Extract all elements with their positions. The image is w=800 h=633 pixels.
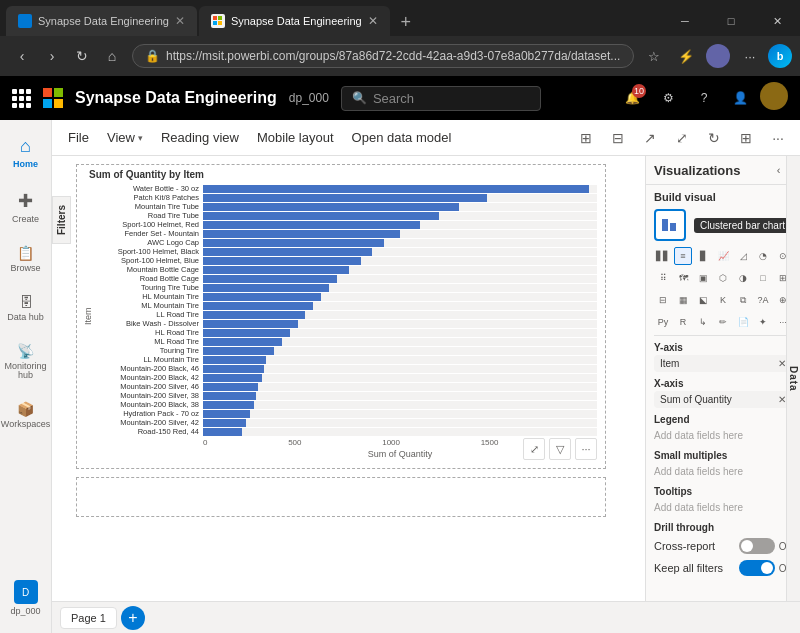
bar-row-16[interactable]: HL Road Tire xyxy=(99,328,597,337)
notifications-button[interactable]: 🔔 10 xyxy=(616,82,648,114)
x-axis-field-value[interactable]: Sum of Quantity ✕ xyxy=(654,391,792,408)
tab-2-close[interactable]: ✕ xyxy=(368,14,378,28)
viz-icon-slicer[interactable]: ⧉ xyxy=(734,291,752,309)
bar-row-12[interactable]: HL Mountain Tire xyxy=(99,292,597,301)
viz-icon-bar[interactable]: ▋▋ xyxy=(654,247,672,265)
close-button[interactable]: ✕ xyxy=(754,6,800,36)
forward-button[interactable]: › xyxy=(38,42,66,70)
open-data-model-btn[interactable]: Open data model xyxy=(344,126,460,149)
viz-icon-python[interactable]: Py xyxy=(654,313,672,331)
apps-icon[interactable] xyxy=(12,89,31,108)
more-options-btn[interactable]: ··· xyxy=(575,438,597,460)
bar-row-25[interactable]: Hydration Pack - 70 oz xyxy=(99,409,597,418)
sidebar-item-datahub[interactable]: 🗄 Data hub xyxy=(2,286,50,331)
file-menu[interactable]: File xyxy=(60,126,97,149)
toolbar-icon-2[interactable]: ⊟ xyxy=(604,124,632,152)
viz-icon-kpi[interactable]: K xyxy=(714,291,732,309)
focus-mode-btn[interactable]: ⤢ xyxy=(523,438,545,460)
bar-row-2[interactable]: Mountain Tire Tube xyxy=(99,202,597,211)
sidebar-item-create[interactable]: ✚ Create xyxy=(2,182,50,233)
bar-row-14[interactable]: LL Road Tire xyxy=(99,310,597,319)
bar-row-27[interactable]: Road-150 Red, 44 xyxy=(99,427,597,436)
view-menu[interactable]: View ▾ xyxy=(99,126,151,149)
viz-icon-pie[interactable]: ◔ xyxy=(754,247,772,265)
viz-icon-decomp[interactable]: ↳ xyxy=(694,313,712,331)
bar-row-20[interactable]: Mountain-200 Black, 46 xyxy=(99,364,597,373)
viz-icon-smartnarrative[interactable]: ✏ xyxy=(714,313,732,331)
minimize-button[interactable]: ─ xyxy=(662,6,708,36)
toolbar-icon-4[interactable]: ⤢ xyxy=(668,124,696,152)
reading-view-btn[interactable]: Reading view xyxy=(153,126,247,149)
sidebar-item-home[interactable]: ⌂ Home xyxy=(2,128,50,178)
x-axis-remove-btn[interactable]: ✕ xyxy=(778,394,786,405)
search-box[interactable]: 🔍 xyxy=(341,86,541,111)
tab-2[interactable]: Synapse Data Engineering ✕ xyxy=(199,6,390,36)
viz-icon-card[interactable]: □ xyxy=(754,269,772,287)
viz-icon-r[interactable]: R xyxy=(674,313,692,331)
user-avatar[interactable] xyxy=(760,82,788,110)
filter-btn[interactable]: ▽ xyxy=(549,438,571,460)
filters-tab[interactable]: Filters xyxy=(52,196,71,244)
bar-row-23[interactable]: Mountain-200 Silver, 38 xyxy=(99,391,597,400)
viz-icon-qna[interactable]: ?A xyxy=(754,291,772,309)
search-input[interactable] xyxy=(373,91,513,106)
bar-row-17[interactable]: ML Road Tire xyxy=(99,337,597,346)
home-button[interactable]: ⌂ xyxy=(98,42,126,70)
refresh-button[interactable]: ↻ xyxy=(68,42,96,70)
bar-row-9[interactable]: Mountain Bottle Cage xyxy=(99,265,597,274)
bar-row-3[interactable]: Road Tire Tube xyxy=(99,211,597,220)
viz-icon-area[interactable]: ◿ xyxy=(734,247,752,265)
profile-btn[interactable] xyxy=(704,42,732,70)
viz-icon-waterfall[interactable]: ⬕ xyxy=(694,291,712,309)
panel-collapse-left[interactable]: ‹ xyxy=(775,162,783,178)
viz-icon-scatter[interactable]: ⠿ xyxy=(654,269,672,287)
viz-icon-funnel[interactable]: ⬡ xyxy=(714,269,732,287)
viz-icon-stacked-bar[interactable]: ▊ xyxy=(694,247,712,265)
url-box[interactable]: 🔒 https://msit.powerbi.com/groups/87a86d… xyxy=(132,44,634,68)
help-button[interactable]: ? xyxy=(688,82,720,114)
toolbar-icon-5[interactable]: ↻ xyxy=(700,124,728,152)
keep-all-filters-toggle[interactable] xyxy=(739,560,775,576)
account-button[interactable]: 👤 xyxy=(724,82,756,114)
bar-row-7[interactable]: Sport-100 Helmet, Black xyxy=(99,247,597,256)
bar-row-18[interactable]: Touring Tire xyxy=(99,346,597,355)
viz-icon-clustered-bar[interactable]: ≡ xyxy=(674,247,692,265)
extension-btn[interactable]: ⚡ xyxy=(672,42,700,70)
bar-row-8[interactable]: Sport-100 Helmet, Blue xyxy=(99,256,597,265)
sidebar-item-monitoring[interactable]: 📡 Monitoring hub xyxy=(2,335,50,390)
bar-row-10[interactable]: Road Bottle Cage xyxy=(99,274,597,283)
bar-row-19[interactable]: LL Mountain Tire xyxy=(99,355,597,364)
data-tab[interactable]: Data xyxy=(786,156,800,601)
back-button[interactable]: ‹ xyxy=(8,42,36,70)
viz-icon-filled-map[interactable]: ▣ xyxy=(694,269,712,287)
maximize-button[interactable]: □ xyxy=(708,6,754,36)
y-axis-field-value[interactable]: Item ✕ xyxy=(654,355,792,372)
bar-row-1[interactable]: Patch Kit/8 Patches xyxy=(99,193,597,202)
viz-type-icon[interactable] xyxy=(654,209,686,241)
page-1-tab[interactable]: Page 1 xyxy=(60,607,117,629)
bar-row-13[interactable]: ML Mountain Tire xyxy=(99,301,597,310)
new-tab-button[interactable]: + xyxy=(392,8,420,36)
bar-row-6[interactable]: AWC Logo Cap xyxy=(99,238,597,247)
y-axis-remove-btn[interactable]: ✕ xyxy=(778,358,786,369)
more-button[interactable]: ··· xyxy=(736,42,764,70)
add-page-button[interactable]: + xyxy=(121,606,145,630)
viz-icon-treemap[interactable]: ▦ xyxy=(674,291,692,309)
bar-row-24[interactable]: Mountain-200 Black, 38 xyxy=(99,400,597,409)
bar-row-26[interactable]: Mountain-200 Silver, 42 xyxy=(99,418,597,427)
bar-row-15[interactable]: Bike Wash - Dissolver xyxy=(99,319,597,328)
sidebar-item-dp000[interactable]: D dp_000 xyxy=(2,572,50,625)
viz-icon-line[interactable]: 📈 xyxy=(714,247,732,265)
viz-icon-gauge[interactable]: ◑ xyxy=(734,269,752,287)
tab-1[interactable]: Synapse Data Engineering ✕ xyxy=(6,6,197,36)
toolbar-icon-1[interactable]: ⊞ xyxy=(572,124,600,152)
mobile-layout-btn[interactable]: Mobile layout xyxy=(249,126,342,149)
toolbar-icon-6[interactable]: ⊞ xyxy=(732,124,760,152)
viz-icon-paginated[interactable]: 📄 xyxy=(734,313,752,331)
sidebar-item-browse[interactable]: 📋 Browse xyxy=(2,237,50,282)
viz-icon-matrix[interactable]: ⊟ xyxy=(654,291,672,309)
sidebar-item-workspaces[interactable]: 📦 Workspaces xyxy=(2,393,50,438)
bar-row-11[interactable]: Touring Tire Tube xyxy=(99,283,597,292)
toolbar-icon-3[interactable]: ↗ xyxy=(636,124,664,152)
bar-row-22[interactable]: Mountain-200 Silver, 46 xyxy=(99,382,597,391)
